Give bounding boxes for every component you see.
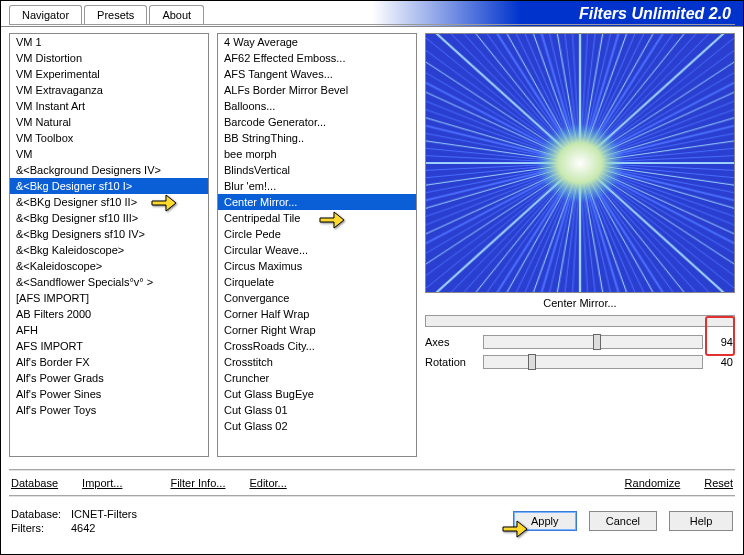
list-item[interactable]: Barcode Generator... — [218, 114, 416, 130]
param-rotation-row: Rotation 40 — [425, 355, 733, 369]
param-rotation-label: Rotation — [425, 356, 477, 368]
list-item[interactable]: 4 Way Average — [218, 34, 416, 50]
list-item[interactable]: BlindsVertical — [218, 162, 416, 178]
tab-strip: Navigator Presets About — [1, 5, 743, 24]
list-item[interactable]: bee morph — [218, 146, 416, 162]
link-filter-info[interactable]: Filter Info... — [170, 477, 225, 489]
list-item[interactable]: Cruncher — [218, 370, 416, 386]
link-row: Database Import... Filter Info... Editor… — [1, 475, 743, 491]
preview-column: Center Mirror... Axes 94 Rotation 40 — [425, 33, 735, 457]
list-item[interactable]: [AFS IMPORT] — [10, 290, 208, 306]
param-rotation-slider[interactable] — [483, 355, 703, 369]
highlight-box — [705, 316, 735, 356]
preview-label: Center Mirror... — [425, 293, 735, 313]
footer-info: Database:ICNET-Filters Filters:4642 — [11, 507, 137, 535]
pointer-icon — [150, 192, 174, 210]
param-rotation-value: 40 — [709, 356, 733, 368]
list-item[interactable]: Centripedal Tile — [218, 210, 416, 226]
filter-column: 4 Way AverageAF62 Effected Emboss...AFS … — [217, 33, 417, 457]
list-item[interactable]: &<Bkg Designer sf10 III> — [10, 210, 208, 226]
list-item[interactable]: &<Bkg Designer sf10 I> — [10, 178, 208, 194]
list-item[interactable]: VM Experimental — [10, 66, 208, 82]
footer-filters-label: Filters: — [11, 521, 71, 535]
list-item[interactable]: AFS Tangent Waves... — [218, 66, 416, 82]
param-axes-label: Axes — [425, 336, 477, 348]
separator-2 — [9, 495, 735, 497]
parameter-panel: Axes 94 Rotation 40 — [425, 335, 735, 369]
list-item[interactable]: Corner Half Wrap — [218, 306, 416, 322]
param-axes-slider[interactable] — [483, 335, 703, 349]
link-database[interactable]: Database — [11, 477, 58, 489]
link-reset[interactable]: Reset — [704, 477, 733, 489]
list-item[interactable]: VM Distortion — [10, 50, 208, 66]
separator — [9, 469, 735, 471]
list-item[interactable]: Alf's Power Toys — [10, 402, 208, 418]
footer-db-label: Database: — [11, 507, 71, 521]
list-item[interactable]: Cirquelate — [218, 274, 416, 290]
list-item[interactable]: VM 1 — [10, 34, 208, 50]
list-item[interactable]: &<Sandflower Specials°v° > — [10, 274, 208, 290]
tab-presets[interactable]: Presets — [84, 5, 147, 24]
preview-progress — [425, 315, 735, 327]
tab-about[interactable]: About — [149, 5, 204, 24]
link-randomize[interactable]: Randomize — [625, 477, 681, 489]
list-item[interactable]: Cut Glass 02 — [218, 418, 416, 434]
footer-filters-value: 4642 — [71, 522, 95, 534]
list-item[interactable]: &<Bkg Designers sf10 IV> — [10, 226, 208, 242]
list-item[interactable]: AFS IMPORT — [10, 338, 208, 354]
list-item[interactable]: Corner Right Wrap — [218, 322, 416, 338]
list-item[interactable]: &<Background Designers IV> — [10, 162, 208, 178]
list-item[interactable]: VM Toolbox — [10, 130, 208, 146]
link-import[interactable]: Import... — [82, 477, 122, 489]
main-panel: VM 1VM DistortionVM ExperimentalVM Extra… — [1, 25, 743, 465]
help-button[interactable]: Help — [669, 511, 733, 531]
category-list[interactable]: VM 1VM DistortionVM ExperimentalVM Extra… — [9, 33, 209, 457]
pointer-icon — [318, 209, 342, 227]
preview-image — [426, 34, 734, 292]
list-item[interactable]: Alf's Power Sines — [10, 386, 208, 402]
list-item[interactable]: Alf's Power Grads — [10, 370, 208, 386]
pointer-icon — [501, 518, 525, 536]
list-item[interactable]: VM Natural — [10, 114, 208, 130]
list-item[interactable]: CrossRoads City... — [218, 338, 416, 354]
list-item[interactable]: VM Extravaganza — [10, 82, 208, 98]
list-item[interactable]: &<Kaleidoscope> — [10, 258, 208, 274]
list-item[interactable]: Convergance — [218, 290, 416, 306]
preview-box — [425, 33, 735, 293]
cancel-button[interactable]: Cancel — [589, 511, 657, 531]
param-axes-row: Axes 94 — [425, 335, 733, 349]
list-item[interactable]: Cut Glass BugEye — [218, 386, 416, 402]
list-item[interactable]: Circus Maximus — [218, 258, 416, 274]
list-item[interactable]: Balloons... — [218, 98, 416, 114]
list-item[interactable]: VM Instant Art — [10, 98, 208, 114]
list-item[interactable]: Circular Weave... — [218, 242, 416, 258]
footer: Database:ICNET-Filters Filters:4642 Appl… — [1, 501, 743, 541]
list-item[interactable]: Blur 'em!... — [218, 178, 416, 194]
tab-navigator[interactable]: Navigator — [9, 5, 82, 24]
list-item[interactable]: Crosstitch — [218, 354, 416, 370]
link-editor[interactable]: Editor... — [249, 477, 286, 489]
list-item[interactable]: &<Bkg Kaleidoscope> — [10, 242, 208, 258]
list-item[interactable]: Alf's Border FX — [10, 354, 208, 370]
category-column: VM 1VM DistortionVM ExperimentalVM Extra… — [9, 33, 209, 457]
list-item[interactable]: Center Mirror... — [218, 194, 416, 210]
list-item[interactable]: ALFs Border Mirror Bevel — [218, 82, 416, 98]
footer-db-value: ICNET-Filters — [71, 508, 137, 520]
filter-list[interactable]: 4 Way AverageAF62 Effected Emboss...AFS … — [217, 33, 417, 457]
list-item[interactable]: AB Filters 2000 — [10, 306, 208, 322]
list-item[interactable]: BB StringThing.. — [218, 130, 416, 146]
list-item[interactable]: &<BKg Designer sf10 II> — [10, 194, 208, 210]
list-item[interactable]: Cut Glass 01 — [218, 402, 416, 418]
list-item[interactable]: AF62 Effected Emboss... — [218, 50, 416, 66]
list-item[interactable]: VM — [10, 146, 208, 162]
list-item[interactable]: AFH — [10, 322, 208, 338]
list-item[interactable]: Circle Pede — [218, 226, 416, 242]
